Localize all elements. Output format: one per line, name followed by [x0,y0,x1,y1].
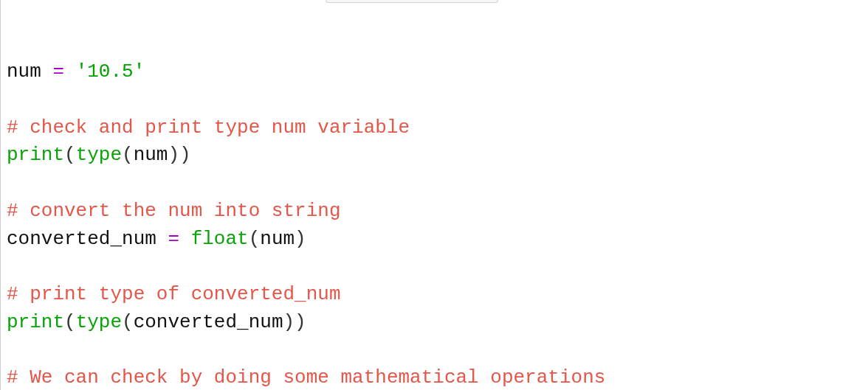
token-comment: convert the num into string [18,200,341,222]
token-variable: converted_num [134,311,283,333]
token-comment-hash: # [7,366,18,389]
token-paren: ) [168,144,179,166]
token-builtin-print: print [7,144,64,166]
token-comment: print type of converted_num [18,283,341,305]
token-paren: ) [294,228,306,250]
token-paren: ( [64,311,76,333]
token-comment-hash: # [7,283,18,305]
token-operator: = [41,60,76,83]
token-string: 10.5 [87,60,133,83]
token-variable: converted_num [7,228,156,250]
token-variable: num [134,144,168,166]
token-string-quote: ' [134,60,145,83]
token-comment: We can check by doing some mathematical … [18,366,606,389]
token-paren: ( [122,311,134,333]
token-operator: = [156,228,191,250]
token-paren: ) [179,144,191,166]
token-builtin-type: type [76,144,122,166]
code-cell-editor[interactable]: num = '10.5' # check and print type num … [0,0,856,390]
token-string-quote: ' [76,60,88,83]
token-comment-hash: # [7,116,18,139]
token-paren: ( [249,228,261,250]
token-paren: ( [122,144,134,166]
token-builtin-type: type [76,311,122,333]
token-variable: num [7,60,41,83]
token-builtin-float: float [191,228,249,250]
token-comment: check and print type num variable [18,116,410,139]
toolbar-fragment [326,0,498,3]
token-paren: ) [283,311,295,333]
token-paren: ) [294,311,306,333]
token-builtin-print: print [7,311,64,333]
token-variable: num [260,228,294,250]
token-comment-hash: # [7,200,18,222]
token-paren: ( [64,144,76,166]
